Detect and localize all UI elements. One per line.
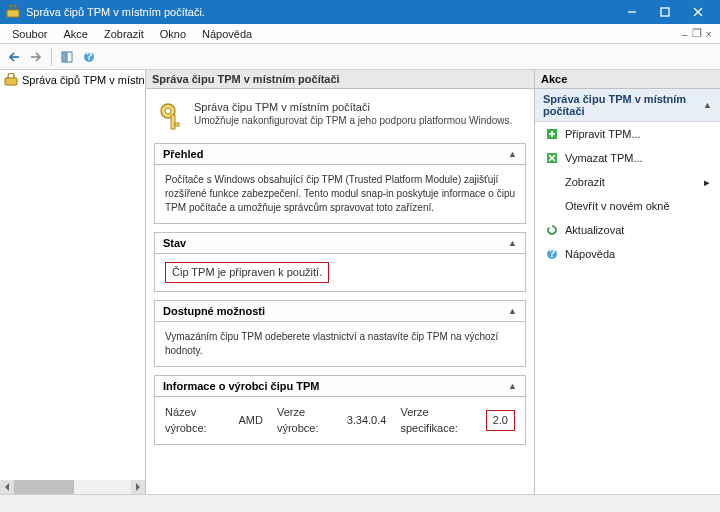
action-refresh[interactable]: Aktualizovat: [535, 218, 720, 242]
mfr-spec-label: Verze specifikace:: [400, 405, 481, 436]
svg-text:?: ?: [86, 51, 93, 62]
status-title: Stav: [163, 237, 186, 249]
chevron-up-icon: ▲: [703, 100, 712, 110]
nav-forward-button[interactable]: [26, 47, 46, 67]
scroll-thumb[interactable]: [14, 480, 74, 494]
section-status-header[interactable]: Stav ▲: [155, 233, 525, 254]
blank-icon: [545, 199, 559, 213]
app-icon: [6, 5, 20, 19]
svg-rect-14: [171, 115, 175, 129]
tree-root-label: Správa čipů TPM v místním počítači: [22, 74, 145, 86]
action-clear-tpm[interactable]: Vymazat TPM...: [535, 146, 720, 170]
mfr-name-label: Název výrobce:: [165, 405, 235, 436]
svg-rect-7: [62, 52, 66, 62]
actions-pane: Akce Správa čipu TPM v místním počítači …: [535, 70, 720, 494]
refresh-icon: [545, 223, 559, 237]
menu-action[interactable]: Akce: [55, 26, 95, 42]
action-new-window[interactable]: Otevřít v novém okně: [535, 194, 720, 218]
section-mfr-header[interactable]: Informace o výrobci čipu TPM ▲: [155, 376, 525, 397]
scroll-left-icon[interactable]: [0, 480, 14, 494]
menu-view[interactable]: Zobrazit: [96, 26, 152, 42]
overview-title: Přehled: [163, 148, 203, 160]
svg-rect-8: [67, 52, 72, 62]
menu-help[interactable]: Nápověda: [194, 26, 260, 42]
menu-window[interactable]: Okno: [152, 26, 194, 42]
info-box: Správa čipu TPM v místním počítači Umožň…: [154, 95, 526, 143]
svg-rect-15: [175, 123, 179, 126]
actions-header: Akce: [535, 70, 720, 89]
content-header: Správa čipu TPM v místním počítači: [146, 70, 534, 89]
action-clear-label: Vymazat TPM...: [565, 152, 643, 164]
main-body: Správa čipů TPM v místním počítači Správ…: [0, 70, 720, 494]
overview-body: Počítače s Windows obsahující čip TPM (T…: [155, 165, 525, 223]
nav-back-button[interactable]: [4, 47, 24, 67]
chevron-up-icon: ▲: [508, 238, 517, 248]
content-pane: Správa čipu TPM v místním počítači Správ…: [146, 70, 535, 494]
status-highlight: Čip TPM je připraven k použití.: [165, 262, 329, 283]
mfr-ver-value: 3.34.0.4: [347, 413, 387, 428]
action-view[interactable]: Zobrazit ▸: [535, 170, 720, 194]
section-overview-header[interactable]: Přehled ▲: [155, 144, 525, 165]
actions-sub-label: Správa čipu TPM v místním počítači: [543, 93, 703, 117]
scroll-right-icon[interactable]: [131, 480, 145, 494]
svg-point-13: [165, 108, 171, 114]
chevron-up-icon: ▲: [508, 306, 517, 316]
action-prepare-tpm[interactable]: Připravit TPM...: [535, 122, 720, 146]
close-button[interactable]: [681, 1, 714, 23]
action-help[interactable]: ? Nápověda: [535, 242, 720, 266]
clear-icon: [545, 151, 559, 165]
action-help-label: Nápověda: [565, 248, 615, 260]
mfr-name-value: AMD: [239, 413, 263, 428]
section-overview: Přehled ▲ Počítače s Windows obsahující …: [154, 143, 526, 224]
mfr-ver-label: Verze výrobce:: [277, 405, 343, 436]
section-options: Dostupné možnosti ▲ Vymazáním čipu TPM o…: [154, 300, 526, 367]
maximize-button[interactable]: [648, 1, 681, 23]
mdi-controls: – ❐ ×: [681, 27, 716, 40]
titlebar: Správa čipů TPM v místním počítači.: [0, 0, 720, 24]
prepare-icon: [545, 127, 559, 141]
svg-rect-11: [5, 78, 17, 85]
toolbar: ?: [0, 44, 720, 70]
options-body: Vymazáním čipu TPM odeberete vlastnictví…: [155, 322, 525, 366]
tpm-icon: [4, 73, 18, 87]
svg-text:?: ?: [549, 248, 556, 259]
mfr-spec-value: 2.0: [486, 410, 515, 431]
tree-hscrollbar[interactable]: [0, 480, 145, 494]
menu-file[interactable]: Soubor: [4, 26, 55, 42]
options-title: Dostupné možnosti: [163, 305, 265, 317]
blank-icon: [545, 175, 559, 189]
tree-root-item[interactable]: Správa čipů TPM v místním počítači: [0, 70, 145, 90]
section-status: Stav ▲ Čip TPM je připraven k použití.: [154, 232, 526, 292]
minimize-button[interactable]: [615, 1, 648, 23]
toolbar-help-button[interactable]: ?: [79, 47, 99, 67]
content-body: Správa čipu TPM v místním počítači Umožň…: [146, 89, 534, 459]
actions-subheader[interactable]: Správa čipu TPM v místním počítači ▲: [535, 89, 720, 122]
mfr-title: Informace o výrobci čipu TPM: [163, 380, 319, 392]
menubar: Soubor Akce Zobrazit Okno Nápověda – ❐ ×: [0, 24, 720, 44]
svg-rect-2: [661, 8, 669, 16]
help-icon: ?: [545, 247, 559, 261]
submenu-arrow-icon: ▸: [704, 176, 710, 189]
action-view-label: Zobrazit: [565, 176, 605, 188]
mdi-close-icon[interactable]: ×: [706, 28, 712, 40]
chevron-up-icon: ▲: [508, 381, 517, 391]
tree-pane: Správa čipů TPM v místním počítači: [0, 70, 146, 494]
section-options-header[interactable]: Dostupné možnosti ▲: [155, 301, 525, 322]
action-newwin-label: Otevřít v novém okně: [565, 200, 670, 212]
mfr-row: Název výrobce: AMD Verze výrobce: 3.34.0…: [165, 405, 515, 436]
toolbar-separator: [51, 48, 52, 66]
info-title: Správa čipu TPM v místním počítači: [194, 101, 512, 113]
mdi-min-icon[interactable]: –: [681, 28, 687, 40]
statusbar: [0, 494, 720, 512]
action-prepare-label: Připravit TPM...: [565, 128, 641, 140]
window-title: Správa čipů TPM v místním počítači.: [26, 6, 615, 18]
chevron-up-icon: ▲: [508, 149, 517, 159]
svg-rect-0: [7, 10, 19, 17]
action-refresh-label: Aktualizovat: [565, 224, 624, 236]
mdi-restore-icon[interactable]: ❐: [692, 27, 702, 40]
toolbar-view-button[interactable]: [57, 47, 77, 67]
key-icon: [158, 101, 186, 133]
info-subtitle: Umožňuje nakonfigurovat čip TPM a jeho p…: [194, 115, 512, 126]
section-manufacturer: Informace o výrobci čipu TPM ▲ Název výr…: [154, 375, 526, 445]
